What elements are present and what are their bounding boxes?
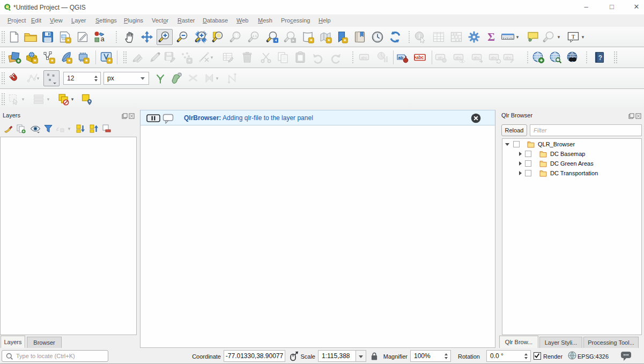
enable-tracing-icon[interactable] xyxy=(152,70,168,86)
snapping-tolerance-spinbox[interactable]: 12 xyxy=(63,72,101,85)
coordinate-input[interactable]: -77.01330,38.90077 xyxy=(224,350,285,362)
tree-item[interactable]: DC Basemap xyxy=(502,149,641,159)
menu-layer[interactable]: Layer xyxy=(71,17,86,24)
rotation-spin[interactable]: 0.0 ° xyxy=(486,350,531,362)
messages-icon[interactable] xyxy=(620,351,632,361)
menu-mesh[interactable]: Mesh xyxy=(258,17,272,24)
tree-checkbox[interactable] xyxy=(525,160,531,167)
temporal-controller-icon[interactable] xyxy=(369,29,386,45)
left-tab-layers[interactable]: Layers xyxy=(1,336,25,348)
open-project-icon[interactable] xyxy=(23,29,39,45)
locator-input[interactable]: Type to locate (Ctrl+K) xyxy=(2,350,108,362)
zoom-in-icon[interactable] xyxy=(157,29,173,45)
enable-snapping-icon[interactable] xyxy=(6,70,23,86)
show-layout-manager-icon[interactable] xyxy=(75,29,91,45)
pan-map-icon[interactable] xyxy=(122,29,138,45)
new-geopackage-layer-icon[interactable] xyxy=(24,49,40,65)
collapsed-arrow-icon[interactable] xyxy=(518,161,522,166)
tree-item[interactable]: QLR_Browser xyxy=(502,139,641,149)
selection-mode-dropdown[interactable]: ▾ xyxy=(45,91,51,107)
toolbar-drag-handle[interactable] xyxy=(1,30,5,44)
new-spatial-bookmark-icon[interactable] xyxy=(334,29,350,45)
zoom-out-icon[interactable] xyxy=(175,29,191,45)
select-features-dropdown[interactable]: ▾ xyxy=(20,91,26,107)
collapsed-arrow-icon[interactable] xyxy=(518,152,522,156)
tree-item[interactable]: DC Green Areas xyxy=(502,159,641,168)
prevent-overlap-dropdown[interactable]: ▾ xyxy=(69,91,76,107)
render-checkbox[interactable] xyxy=(534,352,541,360)
pan-to-selection-icon[interactable] xyxy=(139,29,155,45)
new-print-layout-icon[interactable] xyxy=(57,29,73,45)
move-annotation-icon[interactable] xyxy=(79,91,95,107)
topological-editing-icon[interactable] xyxy=(168,70,184,86)
manage-map-themes-icon[interactable] xyxy=(28,123,42,135)
new-spatialite-layer-icon[interactable] xyxy=(58,49,74,65)
collapse-all-icon[interactable] xyxy=(87,123,101,135)
maximize-button[interactable]: □ xyxy=(599,0,624,14)
new-mesh-layer-icon[interactable] xyxy=(75,49,91,65)
map-tips-icon[interactable] xyxy=(525,29,541,45)
right-tab-layerstyli[interactable]: Layer Styli... xyxy=(539,337,582,348)
zoom-last-icon[interactable] xyxy=(264,29,280,45)
toolbar-drag-handle[interactable] xyxy=(1,71,5,85)
scale-input[interactable]: 1:115,388 xyxy=(318,350,356,362)
help-contents-icon[interactable]: ? xyxy=(591,49,608,65)
menu-vector[interactable]: Vector xyxy=(152,17,168,24)
menu-view[interactable]: View xyxy=(50,17,63,24)
measure-line-icon[interactable] xyxy=(500,29,516,45)
filter-input[interactable]: Filter xyxy=(530,124,642,136)
map-canvas[interactable]: QlrBrowser: Adding qlr-file to the layer… xyxy=(140,110,495,348)
menu-database[interactable]: Database xyxy=(203,17,228,24)
remove-layer-icon[interactable] xyxy=(100,123,114,135)
tree-checkbox[interactable] xyxy=(513,141,520,147)
measure-dropdown[interactable]: ▾ xyxy=(514,29,521,45)
tree-checkbox[interactable] xyxy=(525,151,531,157)
tree-item[interactable]: DC Transportation xyxy=(502,168,641,178)
add-group-icon[interactable] xyxy=(14,123,28,135)
qlr-panel-close-icon[interactable] xyxy=(635,113,641,119)
right-tab-processingtool[interactable]: Processing Tool... xyxy=(583,337,639,348)
processing-toolbox-icon[interactable] xyxy=(466,29,482,45)
self-snapping-dropdown[interactable]: ▾ xyxy=(214,70,220,86)
advanced-digitizing-dropdown[interactable]: ▾ xyxy=(209,49,215,65)
zoom-to-selection-icon[interactable] xyxy=(210,29,226,45)
scale-dropdown[interactable] xyxy=(356,350,366,362)
crs-label[interactable]: EPSG:4326 xyxy=(578,353,609,360)
menu-raster[interactable]: Raster xyxy=(177,17,195,24)
right-tab-qlrbrow[interactable]: Qlr Brow... xyxy=(499,336,538,348)
new-map-view-icon[interactable] xyxy=(300,29,316,45)
snapping-units-combo[interactable]: px xyxy=(103,72,149,85)
layers-list[interactable] xyxy=(0,137,137,335)
menu-edit[interactable]: Edit xyxy=(31,17,41,24)
toolbar-drag-handle[interactable] xyxy=(1,50,5,64)
snapping-type-icon[interactable] xyxy=(43,70,60,86)
new-virtual-layer-icon[interactable] xyxy=(98,49,114,65)
data-source-manager-icon[interactable] xyxy=(7,49,23,65)
style-manager-icon[interactable]: a xyxy=(92,29,108,45)
toolbar-drag-handle[interactable] xyxy=(613,50,617,64)
menu-settings[interactable]: Settings xyxy=(95,17,117,24)
reload-button[interactable]: Reload xyxy=(501,124,527,136)
zoom-full-icon[interactable] xyxy=(193,29,209,45)
save-project-icon[interactable] xyxy=(40,29,56,45)
new-shapefile-layer-icon[interactable] xyxy=(41,49,57,65)
menu-processing[interactable]: Processing xyxy=(281,17,310,24)
geocoder-dropdown[interactable]: ▾ xyxy=(556,29,562,45)
snapping-modes-dropdown[interactable]: ▾ xyxy=(35,70,41,86)
filter-by-expression-dropdown[interactable]: ▾ xyxy=(66,121,72,137)
statistical-summary-icon[interactable]: Σ xyxy=(483,29,499,45)
layers-panel-float-icon[interactable] xyxy=(122,113,128,119)
refresh-map-icon[interactable] xyxy=(387,29,403,45)
qlr-panel-float-icon[interactable] xyxy=(628,113,634,119)
text-annotation-icon[interactable]: T xyxy=(565,29,581,45)
highlight-pinned-labels-icon[interactable]: abc xyxy=(412,49,428,65)
collapsed-arrow-icon[interactable] xyxy=(518,171,522,175)
toolbar-drag-handle[interactable] xyxy=(1,92,5,106)
show-bookmarks-icon[interactable] xyxy=(352,29,368,45)
menu-help[interactable]: Help xyxy=(319,17,331,24)
magnifier-spin[interactable]: 100% xyxy=(410,350,451,362)
message-close-icon[interactable] xyxy=(471,113,481,123)
close-button[interactable]: ✕ xyxy=(624,0,644,14)
pause-icon[interactable] xyxy=(146,114,160,122)
text-annotation-dropdown[interactable]: ▾ xyxy=(580,29,586,45)
